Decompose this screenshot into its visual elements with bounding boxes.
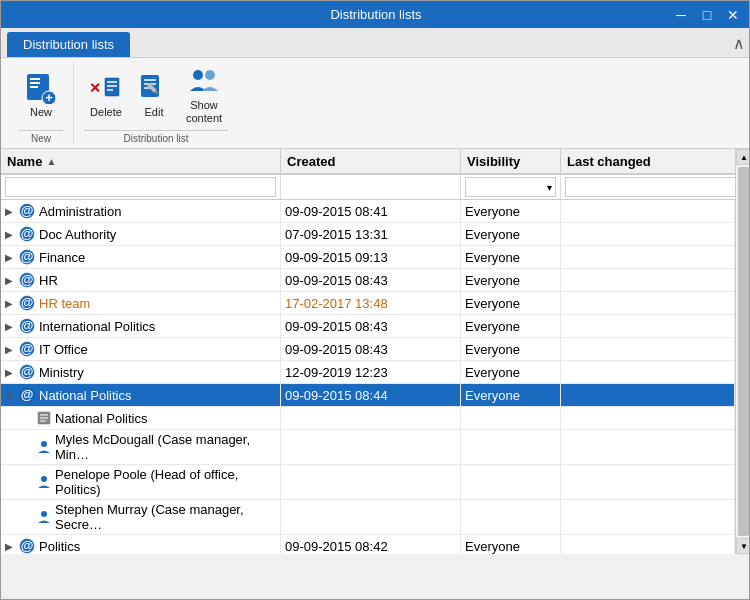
sub-row[interactable]: Stephen Murray (Case manager, Secre… <box>1 500 735 535</box>
row-name: Administration <box>39 204 121 219</box>
expand-arrow[interactable]: ▶ <box>5 344 15 355</box>
table-row[interactable]: ▶@Doc Authority07-09-2015 13:31Everyone <box>1 223 735 246</box>
svg-rect-6 <box>105 78 119 96</box>
expand-arrow[interactable]: ▶ <box>5 321 15 332</box>
close-button[interactable]: ✕ <box>721 5 745 25</box>
table-row[interactable]: ▶@International Politics09-09-2015 08:43… <box>1 315 735 338</box>
filter-cell-created <box>281 175 461 199</box>
table-area: Name ▲ Created Visibility Last changed <box>1 149 750 554</box>
row-created: 09-09-2015 08:42 <box>285 539 388 554</box>
sub-row-label: Stephen Murray (Case manager, Secre… <box>55 502 276 532</box>
visibility-filter-select[interactable]: Everyone <box>465 177 556 197</box>
sub-row[interactable]: National Politics <box>1 407 735 430</box>
sub-row-icon <box>37 475 51 489</box>
title-bar: Distribution lists ─ □ ✕ <box>1 1 750 28</box>
title-bar-controls: ─ □ ✕ <box>669 5 745 25</box>
svg-point-17 <box>205 70 215 80</box>
scroll-thumb[interactable] <box>738 167 749 536</box>
row-created: 09-09-2015 08:43 <box>285 319 388 334</box>
svg-rect-1 <box>30 78 40 80</box>
col-header-name[interactable]: Name ▲ <box>1 149 281 173</box>
row-icon: @ <box>19 341 35 357</box>
expand-arrow[interactable]: ▶ <box>5 206 15 217</box>
col-header-lastchanged[interactable]: Last changed <box>561 149 750 173</box>
table-row[interactable]: ▶@Administration09-09-2015 08:41Everyone <box>1 200 735 223</box>
show-content-button[interactable]: Show content <box>180 62 228 128</box>
table-row[interactable]: ▶@HR09-09-2015 08:43Everyone <box>1 269 735 292</box>
table-body[interactable]: ▶@Administration09-09-2015 08:41Everyone… <box>1 200 750 554</box>
show-content-icon <box>188 65 220 97</box>
table-row[interactable]: ▶@Finance09-09-2015 09:13Everyone <box>1 246 735 269</box>
row-icon: @ <box>19 203 35 219</box>
delete-button-label: Delete <box>90 106 122 119</box>
vertical-scrollbar[interactable]: ▲ ▼ <box>735 149 750 554</box>
row-name: HR team <box>39 296 90 311</box>
name-filter-input[interactable] <box>5 177 276 197</box>
filter-row: Everyone <box>1 175 750 200</box>
tab-bar: Distribution lists ∧ <box>1 28 750 58</box>
sub-row-label: Myles McDougall (Case manager, Min… <box>55 432 276 462</box>
edit-button[interactable]: Edit <box>132 69 176 122</box>
minimize-button[interactable]: ─ <box>669 5 693 25</box>
new-button[interactable]: + New <box>19 69 63 122</box>
ribbon: + New New ✕ <box>1 58 750 149</box>
row-created: 09-09-2015 08:43 <box>285 342 388 357</box>
tab-collapse-button[interactable]: ∧ <box>733 34 745 53</box>
edit-icon <box>138 72 170 104</box>
tab-distribution-lists[interactable]: Distribution lists <box>7 32 130 57</box>
expand-arrow[interactable]: ▶ <box>5 252 15 263</box>
ribbon-buttons-new: + New <box>19 62 63 128</box>
table-row[interactable]: ▶@Ministry12-09-2019 12:23Everyone <box>1 361 735 384</box>
expand-arrow[interactable]: ▶ <box>5 275 15 286</box>
delete-button[interactable]: ✕ Delete <box>84 69 128 122</box>
ribbon-group-new-label: New <box>19 130 63 144</box>
lastchanged-filter-select[interactable] <box>565 177 746 197</box>
svg-text:@: @ <box>21 341 34 356</box>
maximize-button[interactable]: □ <box>695 5 719 25</box>
expand-arrow[interactable]: ▶ <box>5 541 15 552</box>
svg-point-42 <box>41 511 47 517</box>
name-sort-arrow: ▲ <box>46 156 56 167</box>
table-row[interactable]: ▶@Politics09-09-2015 08:42Everyone <box>1 535 735 554</box>
svg-text:@: @ <box>21 203 34 218</box>
edit-button-label: Edit <box>145 106 164 119</box>
sub-row[interactable]: Myles McDougall (Case manager, Min… <box>1 430 735 465</box>
expand-arrow[interactable]: ▼ <box>5 390 15 401</box>
show-content-button-label: Show content <box>186 99 222 125</box>
scroll-down-button[interactable]: ▼ <box>736 538 750 554</box>
window-title: Distribution lists <box>330 7 421 22</box>
row-icon: @ <box>19 272 35 288</box>
ribbon-group-new: + New New <box>9 62 74 144</box>
new-button-label: New <box>30 106 52 119</box>
table-row[interactable]: ▶@IT Office09-09-2015 08:43Everyone <box>1 338 735 361</box>
row-icon: @ <box>19 318 35 334</box>
ribbon-buttons-edit: ✕ Delete <box>84 62 228 128</box>
filter-cell-name <box>1 175 281 199</box>
row-icon: @ <box>19 387 35 403</box>
row-created: 09-09-2015 08:41 <box>285 204 388 219</box>
table-row[interactable]: ▼@National Politics09-09-2015 08:44Every… <box>1 384 735 407</box>
svg-text:@: @ <box>21 364 34 379</box>
expand-arrow[interactable]: ▶ <box>5 298 15 309</box>
col-header-visibility[interactable]: Visibility <box>461 149 561 173</box>
svg-text:@: @ <box>21 318 34 333</box>
table-row[interactable]: ▶@HR team17-02-2017 13:48Everyone <box>1 292 735 315</box>
scroll-up-button[interactable]: ▲ <box>736 149 750 165</box>
expand-arrow[interactable]: ▶ <box>5 229 15 240</box>
lastchanged-select-wrapper <box>565 177 746 197</box>
row-icon: @ <box>19 364 35 380</box>
row-name: Politics <box>39 539 80 554</box>
svg-text:@: @ <box>21 538 34 553</box>
svg-point-16 <box>193 70 203 80</box>
ribbon-group-edit-label: Distribution list <box>84 130 228 144</box>
sub-row-icon <box>37 510 51 524</box>
row-visibility: Everyone <box>465 227 520 242</box>
row-visibility: Everyone <box>465 319 520 334</box>
sub-row[interactable]: Penelope Poole (Head of office, Politics… <box>1 465 735 500</box>
row-created: 07-09-2015 13:31 <box>285 227 388 242</box>
col-visibility-label: Visibility <box>467 154 520 169</box>
col-header-created[interactable]: Created <box>281 149 461 173</box>
row-created: 09-09-2015 08:43 <box>285 273 388 288</box>
expand-arrow[interactable]: ▶ <box>5 367 15 378</box>
row-visibility: Everyone <box>465 296 520 311</box>
